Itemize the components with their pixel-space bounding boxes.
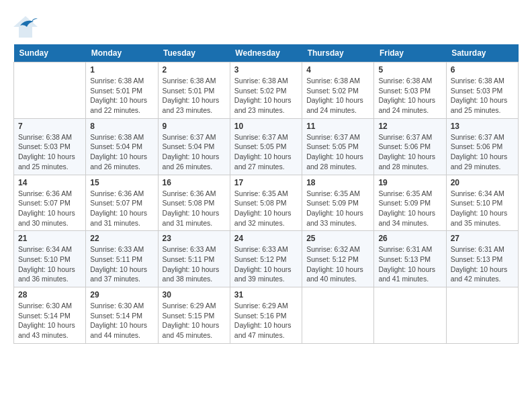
day-info: Sunrise: 6:29 AM Sunset: 5:16 PM Dayligh… bbox=[234, 301, 298, 340]
page-header bbox=[13, 13, 519, 38]
day-number: 12 bbox=[378, 122, 441, 131]
calendar-cell: 3Sunrise: 6:38 AM Sunset: 5:02 PM Daylig… bbox=[230, 62, 302, 119]
calendar-week-row: 7Sunrise: 6:38 AM Sunset: 5:03 PM Daylig… bbox=[14, 118, 519, 175]
day-number: 9 bbox=[163, 122, 226, 131]
calendar-cell: 30Sunrise: 6:29 AM Sunset: 5:15 PM Dayli… bbox=[158, 287, 230, 344]
day-number: 5 bbox=[378, 65, 441, 75]
day-number: 3 bbox=[234, 65, 298, 75]
day-info: Sunrise: 6:36 AM Sunset: 5:08 PM Dayligh… bbox=[163, 189, 226, 228]
day-number: 26 bbox=[378, 234, 441, 243]
calendar-cell: 2Sunrise: 6:38 AM Sunset: 5:01 PM Daylig… bbox=[158, 62, 230, 119]
day-info: Sunrise: 6:37 AM Sunset: 5:06 PM Dayligh… bbox=[451, 132, 514, 172]
day-number: 4 bbox=[306, 65, 369, 75]
day-info: Sunrise: 6:30 AM Sunset: 5:14 PM Dayligh… bbox=[18, 301, 81, 340]
day-number: 14 bbox=[18, 178, 81, 187]
calendar-cell: 14Sunrise: 6:36 AM Sunset: 5:07 PM Dayli… bbox=[14, 175, 86, 231]
day-info: Sunrise: 6:38 AM Sunset: 5:01 PM Dayligh… bbox=[163, 76, 226, 116]
calendar-week-row: 28Sunrise: 6:30 AM Sunset: 5:14 PM Dayli… bbox=[14, 287, 519, 344]
calendar-cell: 4Sunrise: 6:38 AM Sunset: 5:02 PM Daylig… bbox=[302, 62, 374, 119]
day-info: Sunrise: 6:37 AM Sunset: 5:06 PM Dayligh… bbox=[378, 132, 441, 172]
day-number: 22 bbox=[90, 234, 153, 243]
col-header-thursday: Thursday bbox=[302, 44, 374, 62]
calendar-cell: 15Sunrise: 6:36 AM Sunset: 5:07 PM Dayli… bbox=[86, 175, 158, 231]
day-info: Sunrise: 6:37 AM Sunset: 5:05 PM Dayligh… bbox=[234, 132, 298, 172]
calendar-cell bbox=[446, 287, 518, 344]
calendar-week-row: 21Sunrise: 6:34 AM Sunset: 5:10 PM Dayli… bbox=[14, 231, 519, 287]
day-number: 25 bbox=[306, 234, 369, 243]
calendar-cell: 11Sunrise: 6:37 AM Sunset: 5:05 PM Dayli… bbox=[302, 118, 374, 175]
calendar-cell: 19Sunrise: 6:35 AM Sunset: 5:09 PM Dayli… bbox=[374, 175, 446, 231]
col-header-friday: Friday bbox=[374, 44, 446, 62]
day-number: 24 bbox=[234, 234, 298, 243]
day-number: 1 bbox=[90, 65, 153, 75]
day-info: Sunrise: 6:37 AM Sunset: 5:04 PM Dayligh… bbox=[163, 132, 226, 172]
day-info: Sunrise: 6:38 AM Sunset: 5:03 PM Dayligh… bbox=[378, 76, 441, 116]
day-info: Sunrise: 6:38 AM Sunset: 5:02 PM Dayligh… bbox=[306, 76, 369, 116]
col-header-tuesday: Tuesday bbox=[158, 44, 230, 62]
day-info: Sunrise: 6:38 AM Sunset: 5:02 PM Dayligh… bbox=[234, 76, 298, 116]
day-number: 29 bbox=[90, 290, 153, 300]
day-number: 6 bbox=[451, 65, 514, 75]
day-number: 18 bbox=[306, 178, 369, 187]
calendar-cell: 12Sunrise: 6:37 AM Sunset: 5:06 PM Dayli… bbox=[374, 118, 446, 175]
calendar-cell: 9Sunrise: 6:37 AM Sunset: 5:04 PM Daylig… bbox=[158, 118, 230, 175]
day-number: 28 bbox=[18, 290, 81, 300]
calendar-cell: 6Sunrise: 6:38 AM Sunset: 5:03 PM Daylig… bbox=[446, 62, 518, 119]
calendar-cell: 18Sunrise: 6:35 AM Sunset: 5:09 PM Dayli… bbox=[302, 175, 374, 231]
day-info: Sunrise: 6:34 AM Sunset: 5:10 PM Dayligh… bbox=[18, 244, 81, 284]
calendar-cell: 17Sunrise: 6:35 AM Sunset: 5:08 PM Dayli… bbox=[230, 175, 302, 231]
day-number: 17 bbox=[234, 178, 298, 187]
calendar-cell: 29Sunrise: 6:30 AM Sunset: 5:14 PM Dayli… bbox=[86, 287, 158, 344]
calendar-week-row: 1Sunrise: 6:38 AM Sunset: 5:01 PM Daylig… bbox=[14, 62, 519, 119]
day-info: Sunrise: 6:34 AM Sunset: 5:10 PM Dayligh… bbox=[451, 189, 514, 228]
day-info: Sunrise: 6:30 AM Sunset: 5:14 PM Dayligh… bbox=[90, 301, 153, 340]
calendar-cell: 7Sunrise: 6:38 AM Sunset: 5:03 PM Daylig… bbox=[14, 118, 86, 175]
day-number: 20 bbox=[451, 178, 514, 187]
calendar-cell: 25Sunrise: 6:32 AM Sunset: 5:12 PM Dayli… bbox=[302, 231, 374, 287]
calendar-cell: 24Sunrise: 6:33 AM Sunset: 5:12 PM Dayli… bbox=[230, 231, 302, 287]
day-number: 23 bbox=[163, 234, 226, 243]
day-info: Sunrise: 6:37 AM Sunset: 5:05 PM Dayligh… bbox=[306, 132, 369, 172]
day-info: Sunrise: 6:38 AM Sunset: 5:04 PM Dayligh… bbox=[90, 132, 153, 172]
day-info: Sunrise: 6:38 AM Sunset: 5:01 PM Dayligh… bbox=[90, 76, 153, 116]
calendar-cell: 23Sunrise: 6:33 AM Sunset: 5:11 PM Dayli… bbox=[158, 231, 230, 287]
day-number: 13 bbox=[451, 122, 514, 131]
calendar-cell: 21Sunrise: 6:34 AM Sunset: 5:10 PM Dayli… bbox=[14, 231, 86, 287]
calendar-cell: 13Sunrise: 6:37 AM Sunset: 5:06 PM Dayli… bbox=[446, 118, 518, 175]
day-number: 16 bbox=[163, 178, 226, 187]
day-info: Sunrise: 6:32 AM Sunset: 5:12 PM Dayligh… bbox=[306, 244, 369, 284]
logo-bird-icon bbox=[13, 13, 38, 38]
day-number: 2 bbox=[163, 65, 226, 75]
calendar-cell bbox=[302, 287, 374, 344]
calendar-table: SundayMondayTuesdayWednesdayThursdayFrid… bbox=[13, 44, 519, 344]
day-info: Sunrise: 6:38 AM Sunset: 5:03 PM Dayligh… bbox=[18, 132, 81, 172]
calendar-cell: 16Sunrise: 6:36 AM Sunset: 5:08 PM Dayli… bbox=[158, 175, 230, 231]
day-number: 30 bbox=[163, 290, 226, 300]
day-info: Sunrise: 6:33 AM Sunset: 5:11 PM Dayligh… bbox=[163, 244, 226, 284]
day-info: Sunrise: 6:31 AM Sunset: 5:13 PM Dayligh… bbox=[378, 244, 441, 284]
col-header-wednesday: Wednesday bbox=[230, 44, 302, 62]
calendar-cell bbox=[14, 62, 86, 119]
calendar-cell: 20Sunrise: 6:34 AM Sunset: 5:10 PM Dayli… bbox=[446, 175, 518, 231]
day-number: 21 bbox=[18, 234, 81, 243]
day-info: Sunrise: 6:31 AM Sunset: 5:13 PM Dayligh… bbox=[451, 244, 514, 284]
day-info: Sunrise: 6:35 AM Sunset: 5:09 PM Dayligh… bbox=[306, 189, 369, 228]
day-info: Sunrise: 6:33 AM Sunset: 5:11 PM Dayligh… bbox=[90, 244, 153, 284]
col-header-monday: Monday bbox=[86, 44, 158, 62]
calendar-cell: 26Sunrise: 6:31 AM Sunset: 5:13 PM Dayli… bbox=[374, 231, 446, 287]
day-info: Sunrise: 6:29 AM Sunset: 5:15 PM Dayligh… bbox=[163, 301, 226, 340]
calendar-cell: 5Sunrise: 6:38 AM Sunset: 5:03 PM Daylig… bbox=[374, 62, 446, 119]
day-info: Sunrise: 6:36 AM Sunset: 5:07 PM Dayligh… bbox=[90, 189, 153, 228]
day-info: Sunrise: 6:35 AM Sunset: 5:08 PM Dayligh… bbox=[234, 189, 298, 228]
day-number: 11 bbox=[306, 122, 369, 131]
calendar-header-row: SundayMondayTuesdayWednesdayThursdayFrid… bbox=[14, 44, 519, 62]
col-header-sunday: Sunday bbox=[14, 44, 86, 62]
calendar-cell: 28Sunrise: 6:30 AM Sunset: 5:14 PM Dayli… bbox=[14, 287, 86, 344]
day-number: 19 bbox=[378, 178, 441, 187]
day-info: Sunrise: 6:36 AM Sunset: 5:07 PM Dayligh… bbox=[18, 189, 81, 228]
calendar-cell: 8Sunrise: 6:38 AM Sunset: 5:04 PM Daylig… bbox=[86, 118, 158, 175]
day-info: Sunrise: 6:35 AM Sunset: 5:09 PM Dayligh… bbox=[378, 189, 441, 228]
day-number: 8 bbox=[90, 122, 153, 131]
day-info: Sunrise: 6:38 AM Sunset: 5:03 PM Dayligh… bbox=[451, 76, 514, 116]
day-number: 27 bbox=[451, 234, 514, 243]
